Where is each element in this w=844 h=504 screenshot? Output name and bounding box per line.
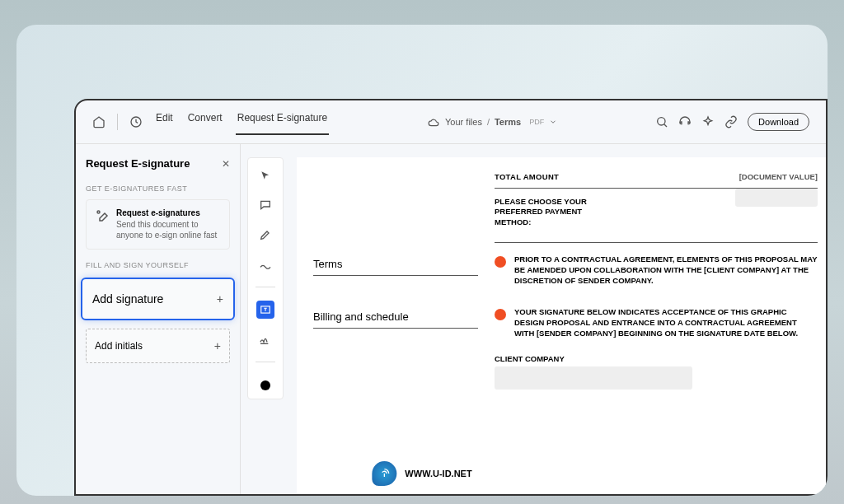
breadcrumb-file[interactable]: Terms	[495, 117, 521, 127]
footer-text: WWW.U-ID.NET	[405, 469, 471, 478]
document-area: TOTAL AMOUNT [DOCUMENT VALUE] PLEASE CHO…	[297, 157, 826, 494]
section-label-get: GET E-SIGNATURES FAST	[86, 184, 230, 193]
info-card-desc: Send this document to anyone to e-sign o…	[116, 219, 221, 240]
cloud-icon	[427, 115, 440, 128]
add-initials-button[interactable]: Add initials +	[86, 329, 230, 363]
total-amount-value: [DOCUMENT VALUE]	[739, 172, 818, 181]
info-card[interactable]: Request e-signatures Send this document …	[86, 199, 230, 250]
chevron-down-icon[interactable]	[549, 115, 557, 128]
bullet-icon	[495, 256, 506, 268]
tab-convert[interactable]: Convert	[186, 109, 224, 135]
textbox-icon[interactable]	[256, 301, 274, 319]
cursor-icon[interactable]	[256, 166, 274, 184]
file-type: PDF	[529, 118, 544, 126]
sidebar-title: Request E-signature	[86, 157, 190, 170]
tool-strip	[247, 157, 284, 399]
add-signature-label: Add signature	[92, 292, 163, 306]
terms-paragraph: PRIOR TO A CONTRACTUAL AGREEMENT, ELEMEN…	[514, 254, 818, 286]
plus-icon: +	[214, 339, 221, 352]
section-label-fill: FILL AND SIGN YOURSELF	[86, 261, 230, 269]
payment-method-field[interactable]	[735, 189, 818, 207]
clock-icon[interactable]	[129, 115, 143, 128]
breadcrumb-sep: /	[487, 117, 490, 127]
home-icon[interactable]	[92, 115, 106, 128]
info-card-title: Request e-signatures	[116, 208, 221, 217]
payment-method-label: PLEASE CHOOSE YOUR PREFERRED PAYMENT MET…	[495, 189, 618, 236]
color-dot[interactable]	[260, 380, 270, 390]
add-signature-button[interactable]: Add signature +	[81, 278, 235, 320]
billing-heading: Billing and schedule	[313, 296, 478, 329]
divider	[117, 114, 118, 130]
svg-point-2	[97, 211, 100, 213]
tool-separator	[256, 287, 275, 287]
download-button[interactable]: Download	[748, 113, 809, 131]
tool-separator	[256, 362, 275, 362]
billing-paragraph: YOUR SIGNATURE BELOW INDICATES ACCEPTANC…	[514, 307, 818, 338]
fingerprint-icon	[372, 461, 396, 486]
svg-point-1	[658, 118, 665, 125]
client-company-field[interactable]	[495, 366, 692, 390]
pen-users-icon	[95, 208, 110, 223]
terms-heading: Terms	[313, 243, 478, 276]
breadcrumb: Your files / Terms PDF	[340, 115, 644, 128]
add-initials-label: Add initials	[95, 340, 143, 352]
breadcrumb-folder[interactable]: Your files	[445, 117, 482, 127]
sidebar: Request E-signature ✕ GET E-SIGNATURES F…	[76, 144, 241, 494]
sparkle-icon[interactable]	[701, 115, 715, 128]
comment-icon[interactable]	[256, 196, 274, 214]
close-icon[interactable]: ✕	[222, 158, 230, 170]
highlight-icon[interactable]	[256, 226, 274, 244]
headphones-icon[interactable]	[678, 115, 692, 128]
plus-icon: +	[217, 292, 223, 306]
draw-icon[interactable]	[256, 255, 274, 273]
signature-icon[interactable]	[256, 330, 274, 348]
link-icon[interactable]	[724, 115, 738, 128]
client-company-label: CLIENT COMPANY	[495, 354, 818, 363]
tab-request-esignature[interactable]: Request E-signature	[236, 109, 329, 135]
toolbar: Edit Convert Request E-signature Your fi…	[76, 100, 826, 144]
bullet-icon	[495, 309, 506, 320]
total-amount-label: TOTAL AMOUNT	[495, 172, 559, 181]
footer: WWW.U-ID.NET	[372, 461, 471, 486]
search-icon[interactable]	[655, 115, 668, 128]
tab-edit[interactable]: Edit	[154, 109, 175, 135]
